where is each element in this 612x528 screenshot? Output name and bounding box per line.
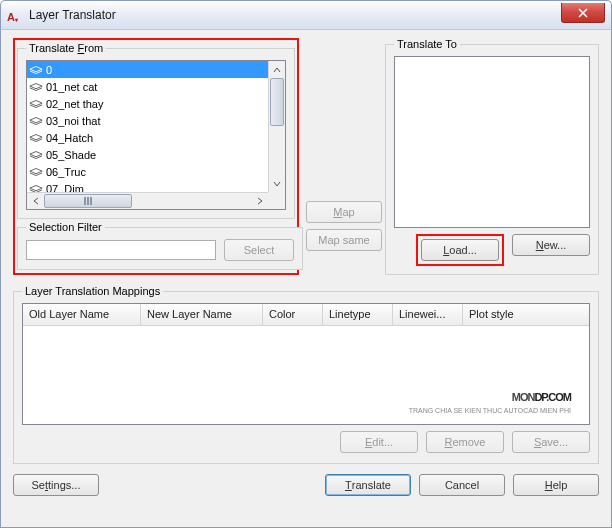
dialog-bottom-row: Settings... Translate Cancel Help — [13, 474, 599, 496]
layer-name: 02_net thay — [46, 98, 104, 110]
selection-filter-legend: Selection Filter — [26, 221, 105, 233]
cancel-button[interactable]: Cancel — [419, 474, 505, 496]
scroll-up-icon[interactable] — [269, 61, 285, 78]
edit-button[interactable]: Edit... — [340, 431, 418, 453]
map-button[interactable]: Map — [306, 201, 382, 223]
scroll-corner — [268, 192, 285, 209]
load-button[interactable]: Load... — [421, 239, 499, 261]
col-lineweight[interactable]: Linewei... — [393, 304, 463, 325]
new-button[interactable]: New... — [512, 234, 590, 256]
layer-name: 05_Shade — [46, 149, 96, 161]
translate-from-legend: Translate From — [26, 42, 106, 54]
save-mappings-button[interactable]: Save... — [512, 431, 590, 453]
translate-to-group-wrap: Translate To Load... New... — [385, 38, 599, 275]
col-plotstyle[interactable]: Plot style — [463, 304, 589, 325]
col-color[interactable]: Color — [263, 304, 323, 325]
selection-filter-input[interactable] — [26, 240, 216, 260]
help-button[interactable]: Help — [513, 474, 599, 496]
selection-filter-group: Selection Filter Select — [17, 221, 303, 270]
translate-from-listbox[interactable]: 001_net cat02_net thay03_noi that04_Hatc… — [26, 60, 286, 210]
list-item[interactable]: 01_net cat — [27, 78, 268, 95]
remove-button[interactable]: Remove — [426, 431, 504, 453]
translate-to-legend: Translate To — [394, 38, 460, 50]
dialog-body: Translate From 001_net cat02_net thay03_… — [0, 30, 612, 528]
list-item[interactable]: 02_net thay — [27, 95, 268, 112]
settings-button[interactable]: Settings... — [13, 474, 99, 496]
translate-to-listbox[interactable] — [394, 56, 590, 228]
translate-from-highlight: Translate From 001_net cat02_net thay03_… — [13, 38, 299, 275]
layer-name: 0 — [46, 64, 52, 76]
layer-name: 04_Hatch — [46, 132, 93, 144]
list-item[interactable]: 04_Hatch — [27, 129, 268, 146]
map-same-button[interactable]: Map same — [306, 229, 382, 251]
scroll-left-icon[interactable] — [27, 193, 44, 209]
vertical-scrollbar[interactable] — [268, 61, 285, 192]
scroll-thumb[interactable] — [44, 194, 132, 208]
layer-name: 01_net cat — [46, 81, 97, 93]
list-item[interactable]: 0 — [27, 61, 268, 78]
select-button[interactable]: Select — [224, 239, 294, 261]
layer-name: 06_Truc — [46, 166, 86, 178]
mappings-group: Layer Translation Mappings Old Layer Nam… — [13, 285, 599, 464]
translate-from-group: Translate From 001_net cat02_net thay03_… — [17, 42, 295, 219]
col-linetype[interactable]: Linetype — [323, 304, 393, 325]
scroll-right-icon[interactable] — [251, 193, 268, 209]
titlebar: A▾ Layer Translator — [0, 0, 612, 30]
list-item[interactable]: 06_Truc — [27, 163, 268, 180]
col-new-layer[interactable]: New Layer Name — [141, 304, 263, 325]
watermark: MONDP.COM TRANG CHIA SE KIEN THUC AUTOCA… — [409, 381, 571, 414]
list-item[interactable]: 05_Shade — [27, 146, 268, 163]
layer-name: 07_Dim — [46, 183, 84, 193]
translate-to-group: Translate To Load... New... — [385, 38, 599, 275]
window-title: Layer Translator — [29, 8, 116, 22]
layer-name: 03_noi that — [46, 115, 100, 127]
scroll-down-icon[interactable] — [269, 175, 285, 192]
list-item[interactable]: 03_noi that — [27, 112, 268, 129]
close-button[interactable] — [561, 3, 605, 23]
app-icon: A▾ — [7, 7, 23, 23]
list-item[interactable]: 07_Dim — [27, 180, 268, 192]
map-button-column: Map Map same — [303, 38, 385, 275]
translate-button[interactable]: Translate — [325, 474, 411, 496]
scroll-thumb[interactable] — [270, 78, 284, 126]
mappings-section: Layer Translation Mappings Old Layer Nam… — [13, 285, 599, 464]
load-button-highlight: Load... — [416, 234, 504, 266]
mappings-table[interactable]: Old Layer Name New Layer Name Color Line… — [22, 303, 590, 425]
mappings-legend: Layer Translation Mappings — [22, 285, 163, 297]
table-header: Old Layer Name New Layer Name Color Line… — [23, 304, 589, 326]
col-old-layer[interactable]: Old Layer Name — [23, 304, 141, 325]
close-icon — [578, 8, 588, 18]
horizontal-scrollbar[interactable] — [27, 192, 268, 209]
